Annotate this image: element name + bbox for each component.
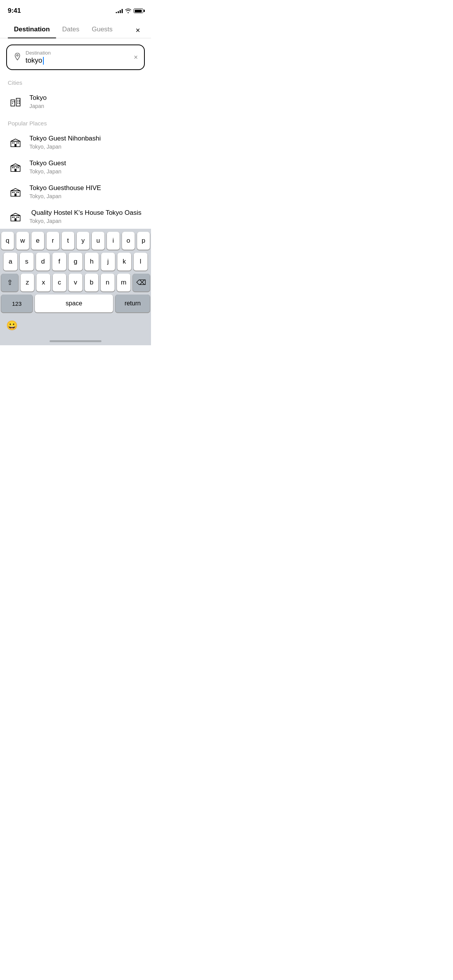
home-indicator-bar [50,340,101,342]
keyboard-row-1: q w e r t y u i o p [1,232,150,250]
key-y[interactable]: y [77,232,89,250]
keyboard: q w e r t y u i o p a s d f g h j k l ⇧ … [0,229,151,317]
numbers-key[interactable]: 123 [1,295,33,312]
cities-section-header: Cities [0,73,151,89]
place-sub: Tokyo, Japan [29,168,143,175]
battery-icon [134,9,143,13]
key-a[interactable]: a [3,253,17,271]
svg-rect-11 [19,103,20,104]
key-h[interactable]: h [85,253,99,271]
city-name: Tokyo [29,94,143,102]
search-container: Destination tokyo × [0,38,151,73]
location-pin-icon [13,52,22,63]
svg-rect-8 [17,101,18,102]
key-r[interactable]: r [46,232,59,250]
space-key[interactable]: space [35,295,113,312]
svg-rect-32 [14,217,15,218]
nav-tabs: Destination Dates Guests × [0,19,151,38]
place-info: Tokyo Guesthouse HIVE Tokyo, Japan [29,184,143,199]
place-info: Quality Hostel K's House Tokyo Oasis Tok… [29,209,143,224]
svg-rect-3 [12,101,13,102]
key-v[interactable]: v [69,274,82,291]
svg-rect-28 [18,192,19,193]
search-clear-button[interactable]: × [134,53,138,62]
key-g[interactable]: g [69,253,82,271]
status-time: 9:41 [8,7,21,15]
place-icon [8,134,23,150]
tab-destination[interactable]: Destination [8,22,56,38]
key-e[interactable]: e [31,232,44,250]
shift-key[interactable]: ⇧ [1,274,18,291]
key-d[interactable]: d [36,253,50,271]
key-u[interactable]: u [92,232,105,250]
svg-rect-35 [15,218,17,221]
place-name: Tokyo Guesthouse HIVE [29,184,143,192]
svg-point-0 [17,55,18,56]
place-icon [8,209,23,224]
key-p[interactable]: p [137,232,150,250]
key-f[interactable]: f [52,253,66,271]
svg-rect-25 [12,192,13,193]
key-t[interactable]: t [62,232,74,250]
key-w[interactable]: w [16,232,29,250]
list-item[interactable]: Tokyo Guesthouse HIVE Tokyo, Japan [0,179,151,204]
svg-rect-10 [17,103,18,104]
key-i[interactable]: i [107,232,120,250]
city-icon [8,94,23,109]
svg-rect-16 [18,142,19,144]
svg-rect-22 [18,167,19,168]
list-item[interactable]: Tokyo Guest Nihonbashi Tokyo, Japan [0,130,151,154]
key-b[interactable]: b [85,274,98,291]
svg-rect-7 [19,100,20,101]
key-q[interactable]: q [1,232,14,250]
place-name: Tokyo Guest [29,159,143,168]
key-o[interactable]: o [122,232,135,250]
place-name: Quality Hostel K's House Tokyo Oasis [29,209,143,217]
keyboard-row-bottom: 123 space return [1,295,150,312]
key-x[interactable]: x [36,274,50,291]
delete-key[interactable]: ⌫ [133,274,150,291]
place-icon [8,184,23,199]
return-key[interactable]: return [115,295,150,312]
city-sub: Japan [29,103,143,109]
svg-rect-34 [18,217,19,218]
svg-rect-23 [15,169,17,171]
signal-bars-icon [116,9,123,13]
emoji-button[interactable]: 😀 [6,320,18,331]
list-item[interactable]: Tokyo Guest Tokyo, Japan [0,154,151,179]
svg-rect-5 [12,103,13,104]
key-n[interactable]: n [101,274,114,291]
text-cursor [43,57,44,65]
list-item[interactable]: Quality Hostel K's House Tokyo Oasis Tok… [0,204,151,229]
search-box[interactable]: Destination tokyo × [6,45,145,70]
tab-guests[interactable]: Guests [86,22,119,38]
search-label: Destination [26,50,130,56]
key-s[interactable]: s [20,253,34,271]
svg-rect-15 [17,142,18,144]
svg-rect-21 [17,167,18,168]
key-j[interactable]: j [101,253,115,271]
place-name: Tokyo Guest Nihonbashi [29,134,143,143]
list-item[interactable]: Tokyo Japan [0,89,151,114]
emoji-bar: 😀 [0,317,151,339]
svg-rect-19 [12,167,13,168]
svg-rect-31 [12,217,13,218]
city-info: Tokyo Japan [29,94,143,109]
search-value: tokyo [26,57,130,65]
key-l[interactable]: l [134,253,148,271]
key-z[interactable]: z [21,274,34,291]
close-button[interactable]: × [132,24,143,36]
wifi-icon [125,9,131,13]
keyboard-row-3: ⇧ z x c v b n m ⌫ [1,274,150,291]
key-c[interactable]: c [53,274,66,291]
key-m[interactable]: m [117,274,130,291]
svg-rect-27 [17,192,18,193]
svg-rect-4 [14,101,14,102]
tab-dates[interactable]: Dates [56,22,86,38]
svg-rect-29 [15,194,17,196]
svg-rect-14 [14,142,15,144]
svg-rect-9 [19,101,20,102]
key-k[interactable]: k [117,253,131,271]
home-indicator-area [0,339,151,345]
place-sub: Tokyo, Japan [29,193,143,199]
